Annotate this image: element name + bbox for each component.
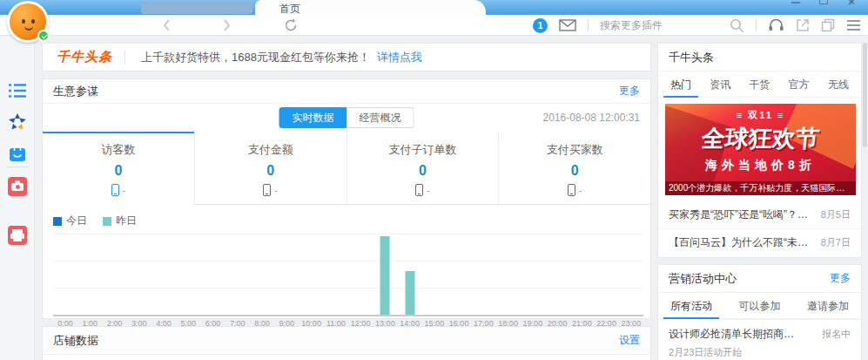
external-link-icon[interactable] (796, 18, 810, 32)
forward-icon[interactable] (219, 18, 233, 32)
stat-value: 0 (347, 163, 499, 179)
mail-icon[interactable] (559, 19, 576, 31)
tab-home[interactable]: 首页 (255, 0, 486, 15)
stat-value: 0 (195, 163, 347, 179)
legend-today: 今日 (53, 214, 87, 228)
plugin-search-input[interactable]: 搜索更多插件 (600, 18, 663, 33)
notification-count: 1 (538, 21, 543, 31)
stat-label: 支付子订单数 (347, 142, 499, 158)
toolbar-separator (588, 19, 589, 31)
minimize-button[interactable] (791, 0, 800, 3)
stat-paid-suborders[interactable]: 支付子订单数 0 - (347, 132, 499, 205)
hourly-bar-chart (53, 234, 643, 316)
toolbar-right-cluster: 1 搜索更多插件 (533, 15, 861, 36)
marketing-item[interactable]: 设计师必抢清单长期招商2016 报名中 2月23日活动开始 (658, 319, 861, 360)
printer-icon[interactable] (8, 226, 27, 245)
tab-invited[interactable]: 邀请参加 (807, 293, 849, 319)
stat-mobile-value: - (579, 185, 582, 195)
shop-data-title: 店铺数据 (53, 333, 98, 349)
business-advisor-card: 生意参谋 更多 实时数据 经营概况 2016-08-08 12:00:31 访客… (42, 78, 651, 319)
stat-payment-amount[interactable]: 支付金额 0 - (194, 132, 347, 205)
sidebar-divider (7, 166, 28, 167)
stat-mobile-value: - (274, 185, 278, 195)
stat-mobile-value: - (427, 185, 430, 195)
news-title: 【百问马云】为什么不跟“未成年”的阿里人谈… (669, 235, 808, 250)
tab-news[interactable]: 资讯 (710, 71, 730, 98)
toolbar: 1 搜索更多插件 (0, 15, 868, 36)
copy-window-icon[interactable] (821, 18, 835, 32)
promo-banner-image[interactable]: ≡ 双11 ≡ 全球狂欢节 海外当地价8折 2000个潜力爆款，千万补贴力度，天… (665, 104, 856, 195)
stat-value: 0 (43, 163, 194, 179)
menu-list-icon[interactable] (8, 81, 27, 100)
headlines-panel: 千牛头条 热门 资讯 干货 官方 无线 ≡ 双11 ≡ 全球狂欢节 海外当地价8… (657, 43, 862, 258)
stat-label: 支付金额 (195, 142, 347, 158)
stat-mobile-value: - (123, 185, 126, 195)
news-item[interactable]: 【百问马云】为什么不跟“未成年”的阿里人谈… 8月7日 (658, 228, 861, 256)
stat-label: 支付买家数 (499, 142, 650, 158)
toggle-realtime-data[interactable]: 实时数据 (279, 107, 347, 128)
tab-all-activities[interactable]: 所有活动 (670, 293, 712, 319)
stat-visitors[interactable]: 访客数 0 - (43, 132, 194, 205)
news-item[interactable]: 买家秀是“恐吓”还是“吆喝”？这几招见高低！ 8月5日 (658, 200, 861, 228)
gridline (53, 234, 643, 234)
scrollbar-track[interactable] (862, 36, 868, 360)
headset-icon[interactable] (768, 18, 784, 32)
camera-icon[interactable] (8, 177, 27, 196)
shop-data-settings-link[interactable]: 设置 (619, 333, 640, 348)
stat-paying-buyers[interactable]: 支付买家数 0 - (498, 132, 650, 205)
tab-official[interactable]: 官方 (789, 71, 810, 98)
legend-today-label: 今日 (66, 214, 87, 228)
chart-legend: 今日 昨日 (43, 205, 650, 232)
tab-hot[interactable]: 热门 (670, 71, 691, 98)
toggle-business-overview[interactable]: 经营概况 (347, 107, 414, 128)
stat-label: 访客数 (43, 142, 194, 158)
close-button[interactable] (847, 0, 856, 4)
tab-tips[interactable]: 干货 (750, 71, 770, 98)
advisor-header: 生意参谋 更多 (43, 79, 650, 104)
scrollbar-thumb[interactable] (863, 43, 867, 147)
toolbar-separator (756, 19, 757, 31)
search-icon[interactable] (730, 18, 744, 33)
shop-data-card: 店铺数据 设置 (42, 326, 651, 360)
bar-昨日-14:00 (405, 271, 414, 315)
menu-icon[interactable] (846, 19, 861, 31)
advisor-more-link[interactable]: 更多 (619, 84, 640, 98)
marketing-panel: 营销活动中心 更多 所有活动 可以参加 邀请参加 设计师必抢清单长期招商2016… (657, 264, 862, 360)
legend-today-swatch (53, 217, 62, 226)
headline-detail-link[interactable]: 详情点我 (377, 50, 422, 65)
marketing-more-link[interactable]: 更多 (830, 271, 851, 286)
tab-can-join[interactable]: 可以参加 (739, 293, 781, 319)
marketing-item-title: 设计师必抢清单长期招商2016 (669, 327, 799, 342)
marketing-title: 营销活动中心 (669, 271, 737, 287)
account-name-plate[interactable] (141, 2, 252, 14)
qianniu-workbench-window: 首页 1 搜索更多插 (0, 0, 868, 360)
mobile-phone-icon (415, 184, 423, 196)
headline-message: 上千款好货特供，1688元现金红包等你来抢！ (141, 50, 370, 65)
data-timestamp: 2016-08-08 12:00:31 (543, 112, 640, 124)
stat-value: 0 (499, 163, 650, 179)
headline-banner[interactable]: 千牛头条 上千款好货特供，1688元现金红包等你来抢！ 详情点我 (42, 43, 651, 71)
community-star-icon[interactable] (8, 112, 27, 132)
banner-main-text: 全球狂欢节 (665, 123, 856, 154)
tab-wireless[interactable]: 无线 (828, 71, 849, 98)
shop-bag-icon[interactable] (8, 144, 27, 163)
back-icon[interactable] (160, 18, 174, 32)
online-status-badge (37, 30, 50, 42)
refresh-icon[interactable] (284, 18, 298, 32)
legend-yesterday-label: 昨日 (116, 214, 137, 228)
notification-badge[interactable]: 1 (533, 18, 548, 33)
advisor-title: 生意参谋 (53, 84, 98, 99)
legend-yesterday: 昨日 (103, 214, 137, 228)
mobile-phone-icon (568, 184, 575, 196)
marketing-item-subtitle: 2月23日活动开始 (669, 346, 851, 359)
shop-data-header: 店铺数据 设置 (43, 327, 650, 355)
gridline (53, 288, 643, 289)
banner-sub-text: 海外当地价8折 (665, 158, 856, 173)
avatar-mouth-icon (24, 26, 33, 31)
advisor-toggle-row: 实时数据 经营概况 2016-08-08 12:00:31 (43, 104, 650, 132)
user-avatar[interactable] (7, 1, 49, 43)
bar-昨日-13:00 (380, 236, 390, 315)
news-date: 8月5日 (821, 208, 851, 221)
stats-strip: 访客数 0 - 支付金额 0 - 支付子订单数 0 - 支付买家数 0 - (43, 132, 650, 205)
maximize-button[interactable] (819, 0, 828, 4)
